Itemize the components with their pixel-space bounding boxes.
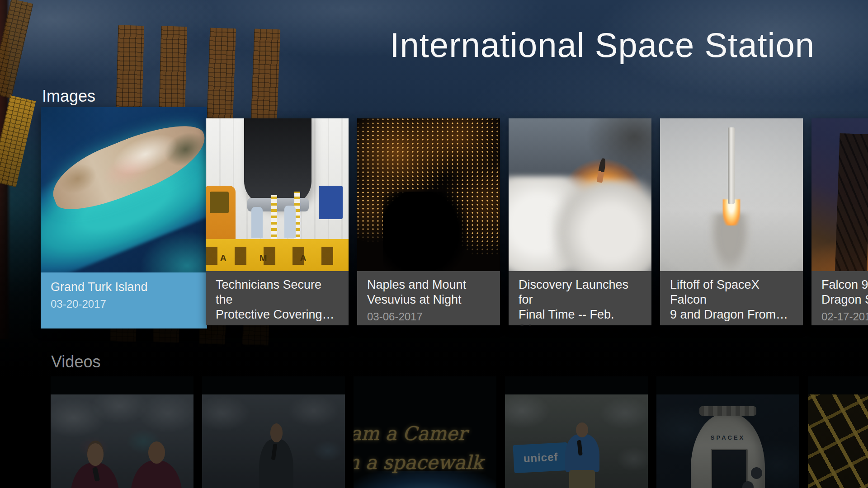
unfocused-dim-overlay xyxy=(505,376,648,488)
blue-lift-shape xyxy=(319,186,343,219)
image-card-falcon9-dragon[interactable]: Falcon 9 F Dragon Sp 02-17-2017 xyxy=(811,118,868,325)
page-title: International Space Station xyxy=(390,25,815,65)
technician-figure xyxy=(284,206,296,238)
image-card-grand-turk-island[interactable]: Grand Turk Island 03-20-2017 xyxy=(41,107,207,328)
card-caption: Liftoff of SpaceX Falcon 9 and Dragon Fr… xyxy=(660,271,803,325)
video-card-unicef-astronaut[interactable]: unicef xyxy=(505,376,648,488)
thumbnail-twilight-pad xyxy=(811,118,868,271)
unfocused-dim-overlay xyxy=(202,376,345,488)
card-caption: Naples and Mount Vesuvius at Night 03-06… xyxy=(357,271,500,325)
lattice-tower-silhouette xyxy=(835,133,868,271)
tv-browse-screen: International Space Station Images Grand… xyxy=(0,0,868,488)
video-card-camera-spacewalk[interactable]: am a Camer n a spacewalk xyxy=(354,376,496,488)
card-date: 03-06-2017 xyxy=(367,310,492,323)
smoke-cloud-shape xyxy=(552,179,651,271)
cab-window-shape xyxy=(210,192,228,213)
unfocused-dim-overlay xyxy=(51,376,193,488)
card-title: Technicians Secure the Protective Coveri… xyxy=(216,277,340,322)
video-card-astronaut-mic[interactable] xyxy=(202,376,345,488)
thumbnail-naples-night xyxy=(357,118,500,271)
thumbnail-grand-turk-island xyxy=(41,107,207,272)
unfocused-dim-overlay xyxy=(354,376,496,488)
image-card-falcon9-liftoff[interactable]: Liftoff of SpaceX Falcon 9 and Dragon Fr… xyxy=(660,118,803,325)
technician-figure xyxy=(251,207,263,238)
image-card-technicians[interactable]: A M A Technicians Secure the Protective … xyxy=(206,118,349,325)
card-title: Discovery Launches for Final Time -- Feb… xyxy=(519,277,643,325)
image-card-discovery-launch[interactable]: Discovery Launches for Final Time -- Feb… xyxy=(509,118,651,325)
card-caption: Technicians Secure the Protective Coveri… xyxy=(206,271,349,325)
unfocused-dim-overlay xyxy=(808,376,868,488)
videos-row-label: Videos xyxy=(51,352,100,371)
vignette xyxy=(660,118,803,271)
thumbnail-technicians: A M A xyxy=(206,118,349,271)
image-card-naples-night[interactable]: Naples and Mount Vesuvius at Night 03-06… xyxy=(357,118,500,325)
covered-satellite-shape xyxy=(244,118,311,207)
card-caption: Grand Turk Island 03-20-2017 xyxy=(41,272,207,328)
thumbnail-falcon9-liftoff xyxy=(660,118,803,271)
video-card-dragon-capsule[interactable]: SPACEX xyxy=(656,376,799,488)
card-title: Grand Turk Island xyxy=(51,280,199,295)
card-date: 03-20-2017 xyxy=(51,298,199,310)
unfocused-dim-overlay xyxy=(656,376,799,488)
vignette xyxy=(41,107,207,272)
video-card-solar-array[interactable] xyxy=(808,376,868,488)
video-card-two-astronauts[interactable] xyxy=(51,376,193,488)
card-caption: Discovery Launches for Final Time -- Feb… xyxy=(509,271,651,325)
images-row-label: Images xyxy=(42,87,95,106)
ladder-shape xyxy=(271,195,277,244)
card-title: Liftoff of SpaceX Falcon 9 and Dragon Fr… xyxy=(670,277,795,322)
card-title: Falcon 9 F Dragon Sp xyxy=(821,277,868,307)
platform-lettering: A M A xyxy=(220,253,322,263)
card-date: 02-17-2017 xyxy=(821,310,868,323)
card-title: Naples and Mount Vesuvius at Night xyxy=(367,277,492,307)
dark-bay-shape xyxy=(383,192,466,271)
card-caption: Falcon 9 F Dragon Sp 02-17-2017 xyxy=(811,271,868,325)
thumbnail-discovery-launch xyxy=(509,118,651,271)
